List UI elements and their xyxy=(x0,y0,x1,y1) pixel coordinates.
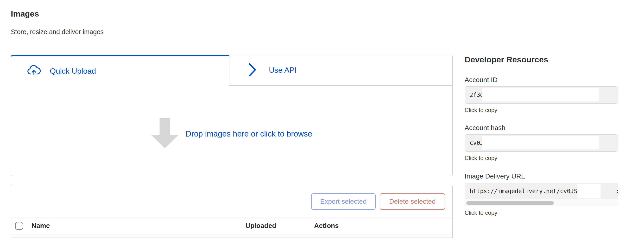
tab-quick-upload-label: Quick Upload xyxy=(50,67,96,76)
image-list-card: Export selected Delete selected Name Upl… xyxy=(11,185,452,238)
resource-account-id: Account ID 2f3d Click to copy xyxy=(464,76,618,114)
row-divider xyxy=(11,238,452,238)
image-dropzone[interactable]: Drop images here or click to browse xyxy=(11,86,452,176)
account-id-value: 2f3d xyxy=(470,92,484,98)
account-hash-value: cv0J xyxy=(470,140,484,146)
upload-card: Quick Upload Use API Drop images here or… xyxy=(11,55,452,176)
account-hash-field[interactable]: cv0J xyxy=(464,134,618,152)
column-header-actions: Actions xyxy=(314,222,339,230)
dropzone-label: Drop images here or click to browse xyxy=(186,129,312,138)
tab-use-api[interactable]: Use API xyxy=(230,55,452,86)
tab-quick-upload[interactable]: Quick Upload xyxy=(11,55,230,86)
select-all-checkbox[interactable] xyxy=(15,222,23,230)
column-header-name: Name xyxy=(32,222,50,230)
chevron-right-icon xyxy=(249,63,256,78)
copy-hint: Click to copy xyxy=(464,155,618,161)
scrollbar-thumb[interactable] xyxy=(466,201,554,205)
resource-account-hash: Account hash cv0J Click to copy xyxy=(464,124,618,161)
horizontal-scrollbar xyxy=(465,199,618,206)
redaction-overlay xyxy=(482,88,598,102)
redaction-overlay xyxy=(482,136,598,149)
table-header-row: Name Uploaded Actions xyxy=(11,218,452,235)
export-selected-button[interactable]: Export selected xyxy=(311,193,376,210)
resource-label: Image Delivery URL xyxy=(464,172,618,180)
delete-selected-button[interactable]: Delete selected xyxy=(380,193,445,210)
page-title: Images xyxy=(11,9,39,18)
page-subtitle: Store, resize and deliver images xyxy=(11,28,104,36)
image-delivery-url-value: https://imagedelivery.net/cv0JS xyxy=(470,188,578,195)
resource-label: Account ID xyxy=(464,76,618,84)
url-suffix-glyph: : xyxy=(616,188,618,195)
copy-hint: Click to copy xyxy=(464,107,618,114)
redaction-overlay xyxy=(578,184,600,198)
account-id-field[interactable]: 2f3d xyxy=(464,86,618,104)
developer-resources-panel: Developer Resources Account ID 2f3d Clic… xyxy=(464,55,618,64)
arrow-down-icon xyxy=(151,118,178,149)
tab-bar: Quick Upload Use API xyxy=(11,55,452,86)
resource-image-delivery-url: Image Delivery URL https://imagedelivery… xyxy=(464,172,618,216)
sidebar-title: Developer Resources xyxy=(464,55,618,64)
resource-label: Account hash xyxy=(464,124,618,132)
copy-hint: Click to copy xyxy=(464,210,618,216)
list-toolbar: Export selected Delete selected xyxy=(11,185,452,218)
tab-use-api-label: Use API xyxy=(269,66,297,75)
column-header-uploaded: Uploaded xyxy=(246,222,276,230)
image-delivery-url-field[interactable]: https://imagedelivery.net/cv0JS : xyxy=(464,183,618,206)
cloud-upload-icon xyxy=(27,64,41,78)
